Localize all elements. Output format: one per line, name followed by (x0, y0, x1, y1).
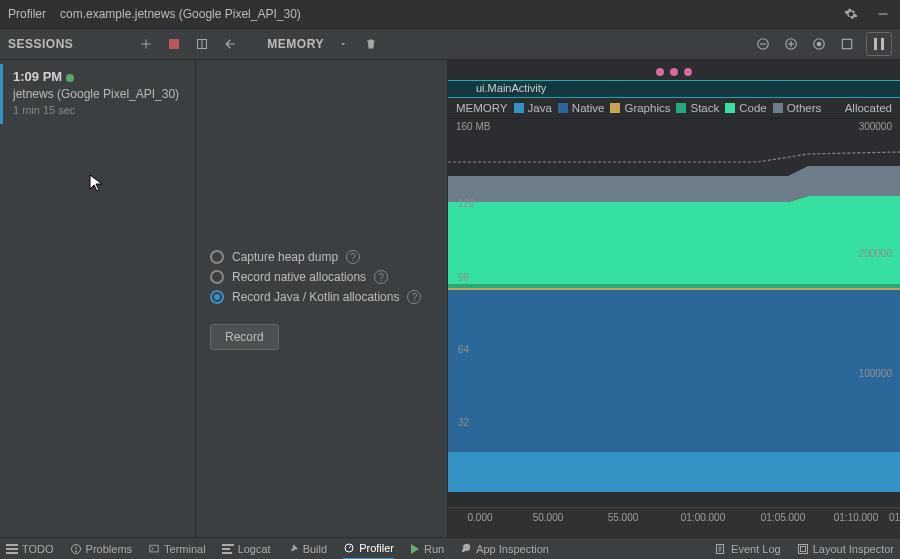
svg-rect-27 (222, 552, 232, 554)
radio-icon (210, 250, 224, 264)
zoom-in-icon[interactable] (782, 35, 800, 53)
svg-rect-16 (448, 288, 900, 290)
radio-icon (210, 270, 224, 284)
legend-native[interactable]: Native (558, 102, 605, 114)
tab-build[interactable]: Build (287, 543, 327, 555)
page-dot-icon[interactable] (684, 68, 692, 76)
tab-logcat[interactable]: Logcat (222, 543, 271, 555)
bottom-tool-bar: TODO Problems Terminal Logcat Build Prof… (0, 537, 900, 559)
swatch-icon (514, 103, 524, 113)
swatch-icon (610, 103, 620, 113)
tab-event-log[interactable]: Event Log (715, 543, 781, 555)
pager-dots (448, 60, 900, 80)
gear-icon[interactable] (842, 5, 860, 23)
legend-code[interactable]: Code (725, 102, 767, 114)
radio-label: Record Java / Kotlin allocations (232, 290, 399, 304)
tab-todo[interactable]: TODO (6, 543, 54, 555)
svg-rect-26 (222, 548, 230, 550)
session-row[interactable]: 1:09 PM jetnews (Google Pixel_API_30) 1 … (0, 64, 195, 124)
legend-others[interactable]: Others (773, 102, 822, 114)
svg-rect-31 (800, 546, 805, 551)
tab-terminal[interactable]: Terminal (148, 543, 206, 555)
tool-name: Profiler (8, 7, 46, 21)
svg-rect-11 (842, 39, 851, 48)
activity-band: ui.MainActivity (448, 80, 900, 98)
legend-allocated: Allocated (845, 102, 892, 114)
time-tick: 0.000 (467, 512, 492, 523)
page-dot-icon[interactable] (656, 68, 664, 76)
dropdown-arrow-icon[interactable] (334, 35, 352, 53)
memory-chart-pane: ui.MainActivity MEMORY Java Native Graph… (448, 60, 900, 537)
radio-heap-dump[interactable]: Capture heap dump ? (210, 250, 433, 264)
help-icon[interactable]: ? (374, 270, 388, 284)
swatch-icon (773, 103, 783, 113)
svg-rect-25 (222, 544, 234, 546)
time-tick: 01: (889, 512, 900, 523)
sessions-label: SESSIONS (8, 37, 73, 51)
target-name: com.example.jetnews (Google Pixel_API_30… (60, 7, 301, 21)
zoom-out-icon[interactable] (754, 35, 772, 53)
help-icon[interactable]: ? (407, 290, 421, 304)
radio-java-kotlin-allocations[interactable]: Record Java / Kotlin allocations ? (210, 290, 433, 304)
svg-rect-20 (6, 552, 18, 554)
back-arrow-icon[interactable] (221, 35, 239, 53)
legend-java[interactable]: Java (514, 102, 552, 114)
svg-rect-30 (798, 544, 807, 553)
panel-toggle-icon[interactable] (193, 35, 211, 53)
zoom-fit-icon[interactable] (838, 35, 856, 53)
memory-dropdown-label[interactable]: MEMORY (267, 37, 324, 51)
svg-rect-1 (169, 39, 179, 49)
time-tick: 01:05.000 (761, 512, 806, 523)
svg-rect-19 (6, 548, 18, 550)
recording-options-pane: Capture heap dump ? Record native alloca… (196, 60, 448, 537)
stop-session-icon[interactable] (165, 35, 183, 53)
y-right-tick: 200000 (859, 248, 892, 259)
y-left-tick: 128 (458, 198, 475, 209)
time-tick: 01:10.000 (834, 512, 879, 523)
page-dot-icon[interactable] (670, 68, 678, 76)
svg-rect-13 (881, 38, 884, 50)
svg-point-23 (75, 551, 76, 552)
toolbar: SESSIONS MEMORY (0, 28, 900, 60)
tab-run[interactable]: Run (410, 543, 444, 555)
record-button[interactable]: Record (210, 324, 279, 350)
help-icon[interactable]: ? (346, 250, 360, 264)
radio-native-allocations[interactable]: Record native allocations ? (210, 270, 433, 284)
time-tick: 50.000 (533, 512, 564, 523)
time-axis: 0.000 50.000 55.000 01:00.000 01:05.000 … (448, 507, 900, 537)
add-session-icon[interactable] (137, 35, 155, 53)
y-right-tick: 100000 (859, 368, 892, 379)
svg-rect-15 (448, 290, 900, 452)
tab-problems[interactable]: Problems (70, 543, 132, 555)
sessions-pane: 1:09 PM jetnews (Google Pixel_API_30) 1 … (0, 60, 196, 537)
swatch-icon (725, 103, 735, 113)
tab-profiler[interactable]: Profiler (343, 538, 394, 560)
session-device: jetnews (Google Pixel_API_30) (13, 86, 187, 103)
legend-graphics[interactable]: Graphics (610, 102, 670, 114)
trash-icon[interactable] (362, 35, 380, 53)
chart-body[interactable]: 128 96 64 32 200000 100000 (448, 132, 900, 507)
active-indicator-icon (66, 74, 74, 82)
tab-layout-inspector[interactable]: Layout Inspector (797, 543, 894, 555)
y-left-tick: 32 (458, 417, 469, 428)
tab-app-inspection[interactable]: App Inspection (460, 543, 549, 555)
y-left-max: 160 MB (456, 121, 490, 132)
pause-button[interactable] (866, 32, 892, 56)
svg-point-10 (817, 42, 821, 46)
y-right-max: 300000 (859, 121, 892, 132)
zoom-reset-icon[interactable] (810, 35, 828, 53)
session-duration: 1 min 15 sec (13, 103, 187, 118)
activity-label: ui.MainActivity (476, 82, 546, 94)
svg-rect-17 (448, 284, 900, 288)
y-axis-top-labels: 160 MB 300000 (448, 119, 900, 132)
y-left-tick: 96 (458, 272, 469, 283)
minimize-icon[interactable] (874, 5, 892, 23)
chart-legend: MEMORY Java Native Graphics Stack Code O… (448, 98, 900, 119)
time-tick: 55.000 (608, 512, 639, 523)
radio-label: Capture heap dump (232, 250, 338, 264)
legend-stack[interactable]: Stack (676, 102, 719, 114)
swatch-icon (558, 103, 568, 113)
radio-icon (210, 290, 224, 304)
y-left-tick: 64 (458, 344, 469, 355)
titlebar: Profiler com.example.jetnews (Google Pix… (0, 0, 900, 28)
